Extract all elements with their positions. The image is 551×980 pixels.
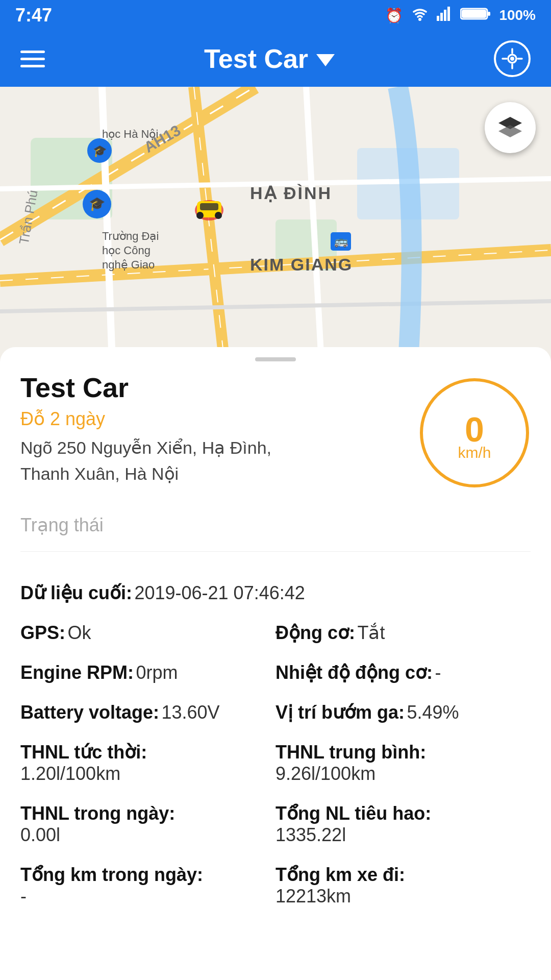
dulieu-cuoi-row: Dữ liệu cuối: 2019-06-21 07:46:42 — [20, 582, 531, 604]
menu-button[interactable] — [20, 51, 45, 67]
tongkm-xedi-value: 12213km — [276, 886, 531, 907]
location-button[interactable] — [494, 40, 531, 77]
tongkm-trongngay-col: Tổng km trong ngày: - — [20, 864, 276, 907]
thnl-trongngay-value: 0.00l — [20, 824, 276, 846]
battery-value: 13.60V — [162, 702, 220, 723]
thnl-tucthoi-label: THNL tức thời: — [20, 742, 276, 763]
battery-label: Battery voltage: — [20, 702, 159, 723]
car-marker — [189, 189, 230, 230]
dongco-col: Động cơ: Tắt — [276, 622, 531, 644]
thnl-tucthoi-value: 1.20l/100km — [20, 763, 276, 785]
status-icons: ⏰ — [385, 7, 536, 24]
svg-rect-1 — [437, 16, 439, 21]
tongNL-label: Tổng NL tiêu hao: — [276, 803, 531, 824]
svg-text:🎓: 🎓 — [89, 195, 106, 212]
vehicle-address: Ngõ 250 Nguyễn Xiển, Hạ Đình, Thanh Xuân… — [20, 435, 316, 487]
svg-text:nghệ Giao: nghệ Giao — [102, 258, 155, 271]
vehicle-header: Test Car Đỗ 2 ngày Ngõ 250 Nguyễn Xiển, … — [20, 372, 531, 489]
tongkm-xedi-label: Tổng km xe đi: — [276, 864, 531, 886]
vehicle-detail-panel: Test Car Đỗ 2 ngày Ngõ 250 Nguyễn Xiển, … — [0, 347, 551, 980]
thnl-tongNL-row: THNL trong ngày: 0.00l Tổng NL tiêu hao:… — [20, 803, 531, 846]
thnl-trungbinh-value: 9.26l/100km — [276, 763, 531, 785]
vitribuomga-label: Vị trí bướm ga: — [276, 702, 405, 723]
wifi-icon — [411, 7, 429, 24]
svg-rect-6 — [488, 12, 490, 16]
dongco-label: Động cơ: — [276, 622, 355, 643]
svg-rect-2 — [440, 13, 443, 21]
rpm-value: 0rpm — [136, 662, 178, 683]
svg-rect-7 — [462, 10, 486, 18]
speed-unit: km/h — [458, 444, 491, 461]
gps-label: GPS: — [20, 622, 65, 643]
battery-icon — [460, 7, 491, 24]
nhietdo-col: Nhiệt độ động cơ: - — [276, 662, 531, 683]
vehicle-status-text: Đỗ 2 ngày — [20, 408, 418, 430]
tongNL-value: 1335.22l — [276, 824, 531, 846]
vehicle-name: Test Car — [20, 372, 418, 403]
svg-rect-3 — [444, 10, 446, 21]
thnl-trongngay-label: THNL trong ngày: — [20, 803, 276, 824]
gps-dongco-row: GPS: Ok Động cơ: Tắt — [20, 622, 531, 644]
vitribuomga-col: Vị trí bướm ga: 5.49% — [276, 702, 531, 723]
dulieu-cuoi-label: Dữ liệu cuối: — [20, 582, 132, 603]
rpm-col: Engine RPM: 0rpm — [20, 662, 276, 683]
svg-text:🎓: 🎓 — [93, 144, 107, 158]
tongkm-trongngay-label: Tổng km trong ngày: — [20, 864, 276, 886]
nhietdo-value: - — [435, 662, 441, 683]
handle-bar — [255, 357, 296, 361]
svg-point-36 — [215, 212, 222, 219]
svg-text:KIM GIANG: KIM GIANG — [250, 255, 353, 274]
tongkm-row: Tổng km trong ngày: - Tổng km xe đi: 122… — [20, 864, 531, 907]
nhietdo-label: Nhiệt độ động cơ: — [276, 662, 433, 683]
status-time: 7:47 — [15, 5, 52, 26]
status-bar: 7:47 ⏰ — [0, 0, 551, 31]
trang-thai-section: Trạng thái — [20, 499, 531, 552]
map-layer-button[interactable] — [485, 102, 536, 153]
rpm-label: Engine RPM: — [20, 662, 134, 683]
map-view[interactable]: AH13 Trần Phú HẠ ĐÌNH KIM GIANG 🎓 Trường… — [0, 87, 551, 362]
svg-point-35 — [196, 212, 204, 219]
tongNL-col: Tổng NL tiêu hao: 1335.22l — [276, 803, 531, 846]
thnl-trongngay-col: THNL trong ngày: 0.00l — [20, 803, 276, 846]
tongkm-trongngay-value: - — [20, 886, 276, 907]
battery-percentage: 100% — [499, 7, 536, 23]
gps-col: GPS: Ok — [20, 622, 276, 644]
speed-value: 0 — [465, 412, 484, 447]
svg-rect-34 — [200, 203, 218, 210]
thnl-tucthoi-col: THNL tức thời: 1.20l/100km — [20, 742, 276, 785]
signal-icon — [437, 7, 452, 24]
tongkm-xedi-col: Tổng km xe đi: 12213km — [276, 864, 531, 907]
dulieu-cuoi-value: 2019-06-21 07:46:42 — [134, 582, 305, 603]
speedometer: 0 km/h — [418, 377, 531, 489]
vitribuomga-value: 5.49% — [407, 702, 459, 723]
top-bar: Test Car — [0, 31, 551, 87]
battery-vitri-row: Battery voltage: 13.60V Vị trí bướm ga: … — [20, 702, 531, 723]
top-bar-vehicle-name: Test Car — [204, 43, 308, 74]
svg-text:🚌: 🚌 — [334, 234, 348, 248]
data-section: Dữ liệu cuối: 2019-06-21 07:46:42 GPS: O… — [20, 567, 531, 907]
svg-point-13 — [510, 57, 514, 61]
thnl-row: THNL tức thời: 1.20l/100km THNL trung bì… — [20, 742, 531, 785]
svg-text:học Công: học Công — [102, 244, 151, 257]
svg-text:học Hà Nội: học Hà Nội — [102, 128, 158, 140]
svg-rect-4 — [447, 7, 450, 21]
battery-col: Battery voltage: 13.60V — [20, 702, 276, 723]
thnl-trungbinh-col: THNL trung bình: 9.26l/100km — [276, 742, 531, 785]
svg-marker-38 — [498, 125, 522, 137]
panel-handle[interactable] — [20, 347, 531, 372]
svg-text:HẠ ĐÌNH: HẠ ĐÌNH — [250, 183, 332, 203]
thnl-trungbinh-label: THNL trung bình: — [276, 742, 531, 763]
rpm-nhietdo-row: Engine RPM: 0rpm Nhiệt độ động cơ: - — [20, 662, 531, 683]
svg-text:Trường Đại: Trường Đại — [102, 230, 159, 242]
vehicle-selector[interactable]: Test Car — [204, 43, 335, 74]
dongco-value: Tắt — [357, 622, 385, 643]
svg-point-0 — [418, 18, 421, 21]
gps-value: Ok — [67, 622, 91, 643]
chevron-down-icon — [316, 54, 335, 66]
alarm-icon: ⏰ — [385, 7, 403, 24]
vehicle-info: Test Car Đỗ 2 ngày Ngõ 250 Nguyễn Xiển, … — [20, 372, 418, 487]
trang-thai-label: Trạng thái — [20, 514, 104, 535]
